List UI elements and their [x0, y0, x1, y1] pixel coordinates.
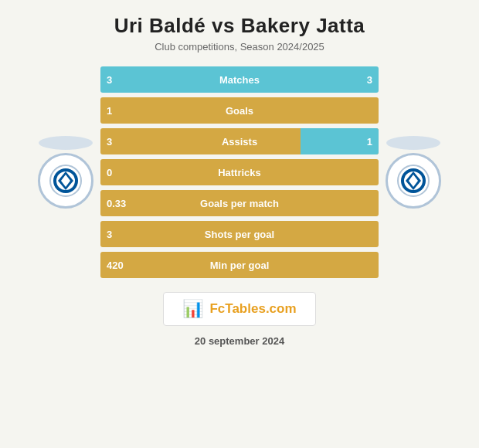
left-logo-circle: [38, 153, 93, 209]
left-team-logo: [31, 136, 100, 209]
left-ellipse-decoration: [39, 136, 93, 150]
hattricks-left-value: 0: [107, 167, 112, 178]
watermark-text: FcTables.com: [209, 301, 296, 317]
watermark-tables: Tables.com: [225, 301, 296, 316]
stat-row-goals: 1 Goals: [100, 97, 379, 124]
spg-left-value: 3: [107, 229, 112, 240]
right-ellipse-decoration: [386, 136, 440, 150]
stat-row-assists: 3 Assists 1: [100, 128, 379, 154]
footer-date: 20 september 2024: [195, 335, 284, 347]
stat-row-mpg: 420 Min per goal: [100, 252, 379, 278]
right-logo-circle: [386, 153, 441, 209]
watermark: 📊 FcTables.com: [163, 292, 315, 326]
stat-row-gpm: 0.33 Goals per match: [100, 190, 379, 216]
matches-label: Matches: [100, 74, 379, 86]
right-team-logo: [379, 136, 448, 209]
watermark-icon: 📊: [182, 299, 203, 319]
matches-left-value: 3: [107, 74, 112, 86]
goals-label: Goals: [100, 105, 379, 117]
goals-left-value: 1: [107, 105, 112, 117]
stats-bars: 3 Matches 3 1 Goals 3 Assists 1 0 Hattri…: [100, 66, 379, 278]
assists-label: Assists: [100, 136, 379, 148]
subtitle: Club competitions, Season 2024/2025: [114, 41, 365, 53]
left-club-crest: [49, 164, 83, 198]
stat-row-matches: 3 Matches 3: [100, 66, 379, 93]
watermark-fc: Fc: [209, 301, 225, 316]
page-title: Uri Baldé vs Bakery Jatta: [114, 14, 365, 38]
comparison-area: 3 Matches 3 1 Goals 3 Assists 1 0 Hattri…: [0, 66, 479, 278]
spg-label: Shots per goal: [100, 229, 379, 240]
mpg-left-value: 420: [107, 260, 124, 271]
assists-right-value: 1: [367, 136, 372, 148]
stat-row-spg: 3 Shots per goal: [100, 221, 379, 247]
hattricks-label: Hattricks: [100, 167, 379, 178]
assists-left-value: 3: [107, 136, 112, 148]
stat-row-hattricks: 0 Hattricks: [100, 159, 379, 185]
gpm-label: Goals per match: [100, 198, 379, 209]
mpg-label: Min per goal: [100, 260, 379, 271]
gpm-left-value: 0.33: [107, 198, 126, 209]
header: Uri Baldé vs Bakery Jatta Club competiti…: [107, 0, 373, 57]
right-club-crest: [396, 164, 430, 198]
matches-right-value: 3: [367, 74, 372, 86]
